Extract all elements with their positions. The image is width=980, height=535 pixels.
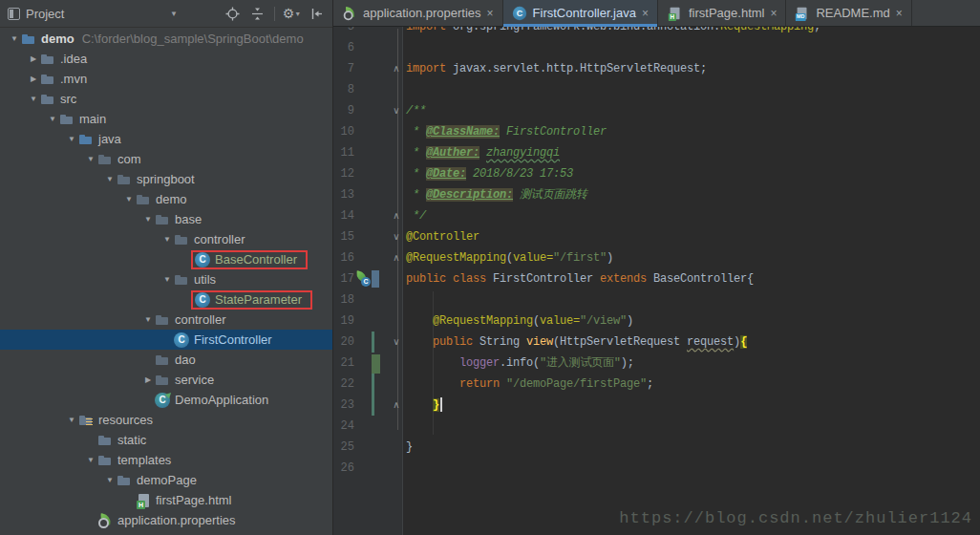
tab-FirstController.java[interactable]: CFirstController.java×: [503, 0, 658, 26]
collapse-arrow-icon[interactable]: ▼: [160, 275, 174, 284]
code-line[interactable]: logger.info("进入测试页面");: [406, 353, 980, 374]
code-line[interactable]: * @Auther: zhangyingqi: [406, 142, 980, 163]
code-line[interactable]: import javax.servlet.http.HttpServletReq…: [406, 58, 980, 79]
collapse-all-icon[interactable]: [249, 6, 266, 22]
code-line[interactable]: }: [406, 395, 980, 416]
collapse-arrow-icon[interactable]: ▼: [141, 315, 155, 324]
code-line[interactable]: public class FirstController extends Bas…: [406, 268, 980, 289]
tree-item-java[interactable]: ▼java: [0, 129, 332, 149]
tree-item-.mvn[interactable]: ▶.mvn: [0, 69, 332, 89]
tab-close-icon[interactable]: ×: [770, 7, 777, 20]
tab-application.properties[interactable]: application.properties×: [333, 0, 503, 26]
tree-item-main[interactable]: ▼main: [0, 109, 332, 129]
tab-firstPage.html[interactable]: firstPage.html×: [658, 0, 787, 26]
collapse-arrow-icon[interactable]: ▼: [84, 155, 97, 163]
tree-item-templates[interactable]: ▼templates: [0, 450, 332, 470]
tree-item-BaseController[interactable]: CBaseController: [0, 249, 332, 269]
fold-marker-icon[interactable]: ∧: [389, 205, 404, 226]
code-line[interactable]: }: [406, 437, 980, 458]
tab-close-icon[interactable]: ×: [487, 7, 494, 20]
expand-arrow-icon[interactable]: ▶: [27, 75, 40, 83]
tree-item-demoPage[interactable]: ▼demoPage: [0, 470, 332, 490]
code-line[interactable]: @RequestMapping(value="/view"): [406, 310, 980, 332]
expand-arrow-icon[interactable]: ▶: [141, 375, 155, 384]
tree-item-controller[interactable]: ▼controller: [0, 310, 332, 330]
code-line[interactable]: [406, 79, 980, 100]
code-token: logger: [459, 356, 500, 370]
fold-marker-icon[interactable]: ∨: [389, 332, 404, 353]
code-editor[interactable]: 567∧89∨1011121314∧15∨16∧17181920∨212223∧…: [333, 0, 980, 535]
collapse-arrow-icon[interactable]: ▼: [141, 215, 155, 224]
collapse-arrow-icon[interactable]: ▼: [103, 175, 117, 183]
code-line[interactable]: @RequestMapping(value="/first"): [406, 247, 980, 268]
tree-item-dao[interactable]: dao: [0, 350, 332, 370]
tab-README.md[interactable]: README.md×: [786, 0, 911, 26]
code-line[interactable]: [406, 416, 980, 437]
collapse-arrow-icon[interactable]: ▼: [8, 34, 21, 43]
fold-marker-icon[interactable]: ∨: [389, 100, 404, 121]
tree-item-FirstController[interactable]: CFirstController: [0, 330, 332, 350]
line-number: 21: [333, 353, 354, 374]
code-line[interactable]: return "/demoPage/firstPage";: [406, 374, 980, 395]
tree-item-static[interactable]: static: [0, 430, 332, 450]
collapse-arrow-icon[interactable]: ▼: [103, 476, 117, 484]
line-number: 25: [333, 437, 354, 458]
tree-item-.idea[interactable]: ▶.idea: [0, 49, 332, 69]
tree-item-firstPage.html[interactable]: firstPage.html: [0, 490, 332, 510]
tab-close-icon[interactable]: ×: [642, 7, 649, 20]
tree-item-base[interactable]: ▼base: [0, 209, 332, 229]
spring-bean-icon[interactable]: [355, 271, 371, 290]
code-line[interactable]: /**: [406, 100, 980, 121]
code-token: [466, 167, 473, 181]
tree-item-demo[interactable]: ▼demoC:\forder\blog_sample\SpringBoot\de…: [0, 29, 332, 49]
code-line[interactable]: * @Description: 测试页面跳转: [406, 184, 980, 205]
code-token: */: [406, 209, 426, 223]
code-line[interactable]: [406, 37, 980, 58]
tree-item-controller[interactable]: ▼controller: [0, 229, 332, 249]
tree-item-StateParameter[interactable]: CStateParameter: [0, 289, 332, 310]
code-token: /**: [406, 104, 426, 118]
tree-item-com[interactable]: ▼com: [0, 149, 332, 169]
tree-item-label: main: [79, 112, 106, 126]
collapse-arrow-icon[interactable]: ▼: [160, 235, 174, 244]
chevron-down-icon[interactable]: ▼: [170, 10, 178, 18]
code-line[interactable]: [406, 289, 980, 310]
code-token: FirstController: [506, 125, 607, 139]
code-line[interactable]: [406, 458, 980, 479]
code-line[interactable]: * @ClassName: FirstController: [406, 121, 980, 142]
tree-item-resources[interactable]: ▼resources: [0, 410, 332, 430]
hide-panel-icon[interactable]: [309, 6, 325, 22]
expand-arrow-icon[interactable]: ▶: [27, 54, 40, 63]
code-line[interactable]: * @Date: 2018/8/23 17:53: [406, 163, 980, 184]
collapse-arrow-icon[interactable]: ▼: [122, 195, 136, 203]
collapse-arrow-icon[interactable]: ▼: [65, 416, 78, 424]
tree-item-demo[interactable]: ▼demo: [0, 189, 332, 209]
collapse-arrow-icon[interactable]: ▼: [65, 135, 78, 143]
collapse-arrow-icon[interactable]: ▼: [27, 95, 40, 103]
code-line[interactable]: @Controller: [406, 226, 980, 247]
fold-marker-icon[interactable]: ∨: [389, 226, 404, 247]
tab-close-icon[interactable]: ×: [896, 7, 903, 20]
tree-item-springboot[interactable]: ▼springboot: [0, 169, 332, 189]
code-area[interactable]: import org.springframework.web.bind.anno…: [333, 0, 980, 535]
collapse-arrow-icon[interactable]: ▼: [46, 115, 59, 123]
fold-marker-icon[interactable]: ∧: [389, 58, 404, 79]
tree-item-src[interactable]: ▼src: [0, 89, 332, 109]
panel-title: Project: [26, 7, 64, 21]
code-token: @RequestMapping: [433, 314, 533, 328]
code-line[interactable]: public String view(HttpServletRequest re…: [406, 332, 980, 353]
project-view-selector[interactable]: Project ▼: [8, 7, 178, 21]
tree-item-application.properties[interactable]: application.properties: [0, 510, 332, 530]
gear-icon[interactable]: ⚙▼: [284, 6, 300, 22]
tree-item-label: StateParameter: [215, 292, 302, 307]
collapse-arrow-icon[interactable]: ▼: [84, 456, 97, 464]
class-icon: C: [195, 252, 210, 268]
tree-item-service[interactable]: ▶service: [0, 370, 332, 390]
tree-item-DemoApplication[interactable]: CDemoApplication: [0, 390, 332, 410]
fold-marker-icon[interactable]: ∧: [389, 247, 404, 268]
code-line[interactable]: */: [406, 205, 980, 226]
scroll-from-source-icon[interactable]: [224, 6, 241, 22]
tree-item-utils[interactable]: ▼utils: [0, 269, 332, 289]
fold-marker-icon[interactable]: ∧: [389, 395, 404, 416]
code-token: @ClassName:: [426, 125, 500, 139]
